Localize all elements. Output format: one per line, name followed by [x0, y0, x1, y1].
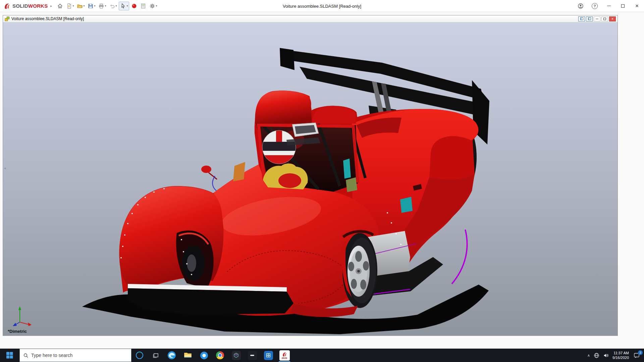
volume-icon[interactable]: [603, 353, 609, 358]
print-icon: [98, 3, 104, 9]
solidworks-logo: SOLIDWORKS: [0, 2, 49, 10]
cortana-button[interactable]: [131, 349, 148, 362]
minimize-button[interactable]: [602, 0, 616, 12]
start-button[interactable]: [0, 349, 19, 362]
save-icon: [88, 3, 94, 9]
red-sphere-button[interactable]: [130, 2, 138, 10]
dropdown-caret-icon[interactable]: ▾: [115, 4, 117, 7]
close-icon: ×: [635, 3, 639, 9]
task-view-button[interactable]: [148, 349, 164, 362]
home-button[interactable]: [56, 2, 64, 10]
help-button[interactable]: ?: [588, 0, 602, 12]
print-button[interactable]: ▾: [97, 2, 107, 10]
edge-browser-button[interactable]: [164, 349, 180, 362]
pinwheel-app-icon: [216, 351, 224, 359]
doc-close-button[interactable]: ×: [609, 16, 616, 21]
dropdown-caret-icon[interactable]: ▾: [105, 4, 106, 7]
graphics-viewport[interactable]: *Dimetric ◄: [3, 22, 618, 336]
save-button[interactable]: ▾: [87, 2, 96, 10]
system-tray: ∧ 11:37 AM 9/16/2020 2: [587, 349, 644, 362]
account-button[interactable]: [574, 0, 588, 12]
app-client-area: Voiture assomblee.SLDASM [Read-only] ×: [0, 12, 644, 349]
minimize-icon: [607, 6, 611, 6]
doc-restore-button[interactable]: [601, 16, 608, 21]
document-title: Voiture assomblee.SLDASM [Read-only]: [11, 16, 84, 21]
red-sphere-icon: [131, 3, 137, 9]
app-titlebar: SOLIDWORKS ▸ ▾ ▾ ▾ ▾: [0, 0, 644, 12]
ds-logo-icon: [3, 2, 11, 10]
account-icon: [578, 3, 584, 9]
app-window-controls: ? ×: [574, 0, 644, 12]
task-view-icon: [152, 352, 159, 359]
windows-logo-icon: [6, 352, 13, 359]
search-input[interactable]: [31, 353, 128, 358]
doc-minimize-button[interactable]: [594, 16, 600, 21]
sheet-icon: [140, 3, 146, 9]
document-titlebar[interactable]: Voiture assomblee.SLDASM [Read-only] ×: [3, 15, 618, 22]
close-button[interactable]: ×: [630, 0, 644, 12]
help-icon: ?: [592, 3, 598, 9]
split-grid-icon: [588, 17, 591, 20]
dropdown-caret-icon[interactable]: ▾: [72, 4, 74, 7]
doc-close-icon: ×: [611, 17, 613, 21]
notification-badge: 2: [638, 350, 643, 355]
tray-expand-icon[interactable]: ∧: [587, 353, 590, 358]
new-document-icon: [66, 3, 72, 9]
blue-window-app-button[interactable]: [260, 349, 276, 362]
search-icon: [23, 353, 29, 358]
photos-app-button[interactable]: [212, 349, 228, 362]
blue-circle-app-button[interactable]: [196, 349, 212, 362]
options-button[interactable]: ▾: [148, 2, 158, 10]
select-cursor-icon: [120, 3, 126, 9]
dropdown-caret-icon[interactable]: ▾: [156, 4, 157, 7]
clock-date: 9/16/2020: [612, 355, 629, 360]
maximize-button[interactable]: [616, 0, 630, 12]
view-orientation-label: *Dimetric: [8, 329, 27, 334]
blue-window-app-icon: [264, 351, 273, 360]
cube-app-button[interactable]: [228, 349, 244, 362]
home-icon: [57, 3, 63, 9]
media-app-button[interactable]: [244, 349, 260, 362]
brand-text: SOLIDWORKS: [12, 3, 48, 9]
clock-time: 11:37 AM: [613, 351, 629, 355]
gear-icon: [149, 3, 155, 9]
media-app-icon: [248, 351, 257, 360]
dropdown-caret-icon[interactable]: ▾: [126, 4, 128, 7]
dropdown-caret-icon[interactable]: ▾: [83, 4, 85, 7]
undo-button[interactable]: ▾: [108, 2, 118, 10]
viewport-layout-button[interactable]: [578, 16, 585, 21]
new-document-button[interactable]: ▾: [65, 2, 75, 10]
quick-access-toolbar: ▾ ▾ ▾ ▾ ▾ ▾: [56, 2, 158, 10]
solidworks-app-icon: 2020: [279, 350, 290, 361]
toolbar-expand-arrow-icon[interactable]: ▸: [50, 4, 52, 8]
open-folder-icon: [77, 3, 83, 9]
app-window-title: Voiture assomblee.SLDASM [Read-only]: [283, 0, 361, 12]
open-button[interactable]: ▾: [76, 2, 86, 10]
cortana-icon: [136, 352, 143, 359]
file-explorer-button[interactable]: [180, 349, 196, 362]
doc-restore-icon: [603, 18, 606, 20]
left-mirror: [201, 166, 211, 173]
network-globe-icon[interactable]: [594, 353, 599, 358]
taskbar-clock[interactable]: 11:37 AM 9/16/2020: [612, 351, 629, 360]
document-window-controls: ×: [578, 16, 616, 21]
panel-collapse-icon[interactable]: ◄: [3, 167, 6, 170]
orientation-triad: [8, 305, 33, 327]
properties-sheet-button[interactable]: [139, 2, 147, 10]
split-view-button[interactable]: [586, 16, 593, 21]
notification-tray-button[interactable]: 2: [633, 352, 641, 359]
file-explorer-icon: [183, 351, 192, 360]
document-window: Voiture assomblee.SLDASM [Read-only] ×: [3, 15, 618, 336]
assembly-document-icon: [5, 16, 10, 21]
select-tool-button[interactable]: ▾: [119, 2, 129, 10]
blue-circle-app-icon: [200, 351, 208, 360]
doc-minimize-icon: [596, 19, 598, 19]
taskbar-search[interactable]: [19, 349, 131, 362]
cube-app-icon: [232, 351, 241, 360]
desktop-screen: SOLIDWORKS ▸ ▾ ▾ ▾ ▾: [0, 0, 644, 362]
maximize-icon: [621, 4, 625, 8]
solidworks-app-button[interactable]: 2020: [276, 349, 292, 362]
viewport-canvas[interactable]: [3, 22, 618, 336]
dropdown-caret-icon[interactable]: ▾: [94, 4, 95, 7]
undo-icon: [109, 3, 115, 9]
